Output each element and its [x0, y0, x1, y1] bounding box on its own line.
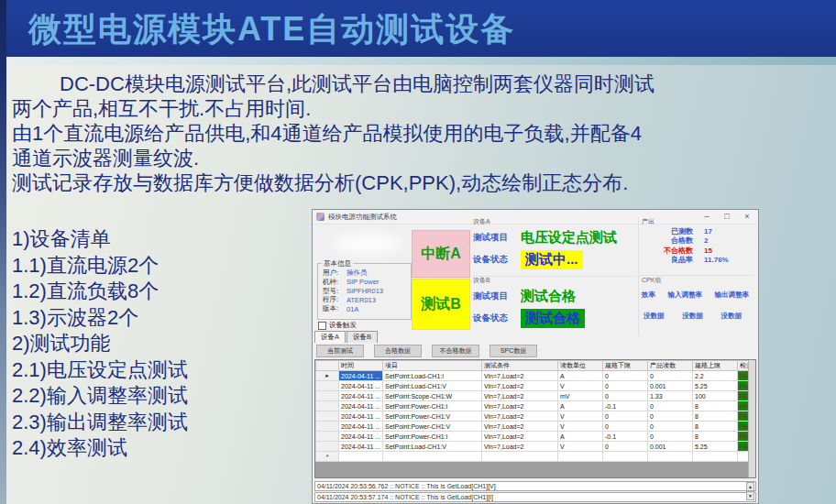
cell[interactable]: 100 — [693, 391, 738, 401]
grid-vertical-scrollbar[interactable] — [748, 360, 755, 477]
cell[interactable]: A — [558, 371, 603, 381]
table-row[interactable]: 2024-04-11 ...SetPoint:Power-CH1:VVin=7,… — [316, 411, 757, 422]
row-selector[interactable] — [316, 391, 339, 401]
row-selector[interactable] — [316, 401, 339, 411]
cell[interactable]: SetPoint:Load-CH1:V — [383, 442, 482, 452]
cell[interactable]: 0 — [603, 411, 648, 422]
row-selector[interactable]: * — [316, 452, 339, 462]
cell[interactable]: 2024-04-11 ... — [339, 401, 383, 411]
cell[interactable]: Vin=7,Load=2 — [482, 391, 558, 401]
table-row[interactable]: ▸2024-04-11 ...SetPoint:Load-CH1:IVin=7,… — [316, 371, 757, 381]
column-header[interactable]: 读数单位 — [558, 361, 603, 371]
interrupt-a-button[interactable]: 中断A — [412, 230, 470, 278]
cell[interactable] — [339, 452, 383, 462]
column-header[interactable]: 测试条件 — [482, 361, 558, 371]
cell[interactable]: 2024-04-11 ... — [339, 391, 383, 401]
cell[interactable]: 0 — [648, 411, 693, 422]
cell[interactable]: 0 — [603, 371, 648, 381]
cell[interactable]: 0 — [648, 401, 693, 411]
cell[interactable]: SetPoint:Power-CH1:V — [383, 411, 482, 422]
cell[interactable]: mV — [558, 391, 603, 401]
test-b-button[interactable]: 测试B — [412, 279, 470, 330]
cell[interactable]: 0 — [603, 422, 648, 432]
cell[interactable]: SetPoint:Load-CH1:I — [383, 371, 482, 381]
cell[interactable] — [693, 452, 738, 462]
cell[interactable]: SetPoint:Load-CH1:V — [383, 381, 482, 391]
cell[interactable]: Vin=7,Load=2 — [482, 432, 558, 442]
cell[interactable] — [648, 452, 693, 462]
cell[interactable]: V — [558, 411, 603, 422]
cell[interactable]: 5.25 — [693, 442, 738, 452]
cell[interactable]: Vin=7,Load=2 — [482, 422, 558, 432]
cell[interactable]: 1.33 — [648, 391, 693, 401]
cell[interactable]: 0 — [648, 371, 693, 381]
table-row[interactable]: 2024-04-11 ...SetPoint:Power-CH1:IVin=7,… — [316, 432, 757, 442]
table-row[interactable]: 2024-04-11 ...SetPoint:Power-CH1:VVin=7,… — [316, 422, 757, 432]
cell[interactable] — [383, 452, 482, 462]
column-header[interactable]: 产品读数 — [648, 361, 693, 371]
column-header[interactable]: 规格下限 — [603, 361, 648, 371]
device-tab[interactable]: 设备A — [314, 331, 346, 343]
spinner-up-button[interactable]: ▲ — [746, 482, 754, 491]
row-selector[interactable] — [316, 381, 339, 391]
cell[interactable]: 2.2 — [693, 371, 738, 381]
cell[interactable]: 2024-04-11 ... — [339, 442, 383, 452]
new-record-row[interactable]: * — [316, 452, 757, 462]
table-row[interactable]: 2024-04-11 ...SetPoint:Power-CH1:IVin=7,… — [316, 401, 757, 411]
device-tab[interactable]: 设备B — [346, 331, 378, 343]
row-selector[interactable] — [316, 432, 339, 442]
cell[interactable]: -0.1 — [603, 401, 648, 411]
column-header[interactable]: 项目 — [383, 361, 482, 371]
cell[interactable]: 0 — [648, 432, 693, 442]
cell[interactable]: A — [558, 432, 603, 442]
row-selector[interactable] — [316, 411, 339, 422]
cell[interactable]: 0.001 — [648, 381, 693, 391]
cell[interactable]: SetPoint:Power-CH1:I — [383, 401, 482, 411]
cell[interactable]: 2024-04-11 ... — [339, 432, 383, 442]
cell[interactable]: 0 — [603, 442, 648, 452]
cell[interactable]: 8 — [693, 411, 738, 422]
cell[interactable]: Vin=7,Load=2 — [482, 371, 558, 381]
table-row[interactable]: 2024-04-11 ...SetPoint:Load-CH1:VVin=7,L… — [316, 442, 757, 452]
toolbar-button[interactable]: 合格数据 — [374, 345, 422, 357]
table-row[interactable]: 2024-04-11 ...SetPoint:Scope-CH1:WVin=7,… — [316, 391, 757, 401]
toolbar-button[interactable]: 当前测试 — [316, 345, 364, 357]
cell[interactable]: SetPoint:Power-CH1:V — [383, 422, 482, 432]
cell[interactable]: V — [558, 422, 603, 432]
cell[interactable]: Vin=7,Load=2 — [482, 442, 558, 452]
cell[interactable]: V — [558, 381, 603, 391]
row-selector[interactable] — [316, 442, 339, 452]
cell[interactable]: 8 — [693, 401, 738, 411]
row-selector[interactable] — [316, 422, 339, 432]
cell[interactable]: 2024-04-11 ... — [339, 411, 383, 422]
results-grid[interactable]: 时间项目测试条件读数单位规格下限产品读数规格上限检测结果 ▸2024-04-11… — [314, 359, 756, 478]
toolbar-button[interactable]: SPC数据 — [490, 345, 537, 357]
cell[interactable]: Vin=7,Load=2 — [482, 401, 558, 411]
device-trigger-checkbox[interactable] — [318, 322, 326, 330]
cell[interactable]: 2024-04-11 ... — [339, 381, 383, 391]
cell[interactable]: SetPoint:Power-CH1:I — [383, 432, 482, 442]
cell[interactable]: 0 — [648, 422, 693, 432]
cell[interactable]: 8 — [693, 422, 738, 432]
column-header[interactable]: 时间 — [339, 361, 383, 371]
cell[interactable]: 0.001 — [648, 442, 693, 452]
cell[interactable] — [603, 452, 648, 462]
cell[interactable]: Vin=7,Load=2 — [482, 411, 558, 422]
cell[interactable]: 5.25 — [693, 381, 738, 391]
row-selector[interactable]: ▸ — [316, 371, 339, 381]
cell[interactable]: 2024-04-11 ... — [339, 371, 383, 381]
table-row[interactable]: 2024-04-11 ...SetPoint:Load-CH1:VVin=7,L… — [316, 381, 757, 391]
cell[interactable]: 8 — [693, 432, 738, 442]
cell[interactable] — [482, 452, 558, 462]
cell[interactable]: 2024-04-11 ... — [339, 422, 383, 432]
cell[interactable]: A — [558, 401, 603, 411]
row-selector-header[interactable] — [316, 361, 339, 371]
cell[interactable]: V — [558, 442, 603, 452]
toolbar-button[interactable]: 不合格数据 — [432, 345, 479, 357]
column-header[interactable]: 规格上限 — [693, 361, 738, 371]
cell[interactable] — [558, 452, 603, 462]
cell[interactable]: 0 — [603, 391, 648, 401]
cell[interactable]: Vin=7,Load=2 — [482, 381, 558, 391]
cell[interactable]: -0.1 — [603, 432, 648, 442]
cell[interactable]: 0 — [603, 381, 648, 391]
